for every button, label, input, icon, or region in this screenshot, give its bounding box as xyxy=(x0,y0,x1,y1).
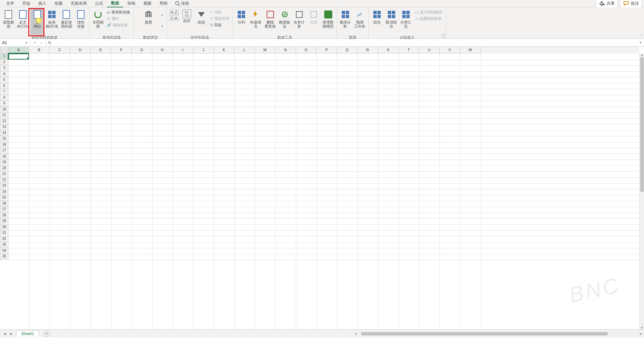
row-header[interactable]: 8 xyxy=(0,95,8,101)
row-header[interactable]: 35 xyxy=(0,254,8,260)
row-header[interactable]: 15 xyxy=(0,136,8,142)
row-header[interactable]: 9 xyxy=(0,101,8,107)
column-header[interactable]: L xyxy=(234,47,255,53)
formula-input[interactable] xyxy=(53,42,637,43)
share-button[interactable]: 共享 xyxy=(596,0,618,8)
column-header[interactable]: V xyxy=(440,47,460,53)
column-header[interactable]: N xyxy=(275,47,296,53)
remove-dup-button[interactable]: 删除 重复值 xyxy=(263,8,277,35)
select-all-corner[interactable] xyxy=(0,47,8,53)
tab-page-layout[interactable]: 页面布局 xyxy=(67,0,91,7)
row-header[interactable]: 11 xyxy=(0,112,8,118)
tab-insert[interactable]: 插入 xyxy=(34,0,50,7)
column-header[interactable]: I xyxy=(173,47,193,53)
tab-view[interactable]: 视图 xyxy=(139,0,156,7)
column-header[interactable]: G xyxy=(132,47,152,53)
row-header[interactable]: 24 xyxy=(0,189,8,195)
search-area[interactable]: 搜索 xyxy=(174,0,189,7)
enter-icon[interactable]: ✓ xyxy=(40,40,43,45)
tab-review[interactable]: 审阅 xyxy=(123,0,139,7)
column-header[interactable]: U xyxy=(419,47,440,53)
row-header[interactable]: 20 xyxy=(0,166,8,172)
comments-button[interactable]: 批注 xyxy=(620,0,642,8)
row-header[interactable]: 5 xyxy=(0,77,8,83)
row-header[interactable]: 30 xyxy=(0,224,8,230)
formula-bar-expand-icon[interactable]: ▼ xyxy=(637,41,644,44)
row-header[interactable]: 23 xyxy=(0,183,8,189)
row-header[interactable]: 13 xyxy=(0,124,8,130)
name-box[interactable]: A1 ▼ xyxy=(0,40,30,46)
row-header[interactable]: 12 xyxy=(0,118,8,124)
column-header[interactable]: F xyxy=(111,47,132,53)
column-header[interactable]: B xyxy=(29,47,49,53)
row-header[interactable]: 16 xyxy=(0,142,8,148)
column-header[interactable]: A xyxy=(8,47,29,53)
advanced-button[interactable]: ▽高级 xyxy=(209,22,231,28)
tab-formulas[interactable]: 公式 xyxy=(91,0,107,7)
row-header[interactable]: 18 xyxy=(0,154,8,160)
tab-data[interactable]: 数据 xyxy=(107,0,123,7)
properties-button[interactable]: ☰属性 xyxy=(105,16,131,22)
column-header[interactable]: K xyxy=(214,47,234,53)
row-header[interactable]: 34 xyxy=(0,248,8,254)
existing-conn-button[interactable]: 现有 连接 xyxy=(74,8,88,35)
data-valid-button[interactable]: 数据验 证 xyxy=(278,8,292,35)
sheet-nav-next-icon[interactable]: ► xyxy=(9,331,13,336)
row-header[interactable]: 6 xyxy=(0,83,8,89)
row-header[interactable]: 2 xyxy=(0,60,8,66)
get-data-button[interactable]: 获取数 据 xyxy=(1,8,15,35)
edit-links-button[interactable]: 🔗编辑链接 xyxy=(105,22,131,28)
column-header[interactable]: Q xyxy=(337,47,358,53)
ribbon-collapse-button[interactable]: ⌃ xyxy=(640,34,643,38)
horizontal-scrollbar[interactable]: ◄ ► xyxy=(354,332,644,336)
cell-grid[interactable] xyxy=(8,53,639,329)
column-header[interactable]: O xyxy=(296,47,316,53)
row-header[interactable]: 28 xyxy=(0,213,8,219)
sort-desc-button[interactable]: Z↓A xyxy=(169,15,179,21)
row-header[interactable]: 26 xyxy=(0,201,8,207)
data-type-up-icon[interactable]: ▲ xyxy=(161,13,164,16)
group-button[interactable]: 组合 xyxy=(370,8,384,35)
ungroup-button[interactable]: 取消组合 xyxy=(384,8,399,35)
hscroll-left-icon[interactable]: ◄ xyxy=(354,332,357,335)
sheet-nav-prev-icon[interactable]: ◄ xyxy=(3,331,7,336)
row-header[interactable]: 29 xyxy=(0,218,8,224)
column-header[interactable]: T xyxy=(399,47,419,53)
sort-button[interactable]: ZAAZ 排序 xyxy=(180,8,194,35)
tab-home[interactable]: 开始 xyxy=(18,0,34,7)
from-csv-button[interactable]: 从文 本/CSV xyxy=(16,8,30,35)
add-sheet-button[interactable]: + xyxy=(44,331,50,337)
column-header[interactable]: H xyxy=(152,47,173,53)
from-table-button[interactable]: 自表 格/区域 xyxy=(45,8,59,35)
fx-icon[interactable]: fx xyxy=(46,40,53,45)
tab-file[interactable]: 文件 xyxy=(2,0,18,7)
row-header[interactable]: 22 xyxy=(0,177,8,183)
row-header[interactable]: 25 xyxy=(0,195,8,201)
column-header[interactable]: S xyxy=(378,47,399,53)
recent-sources-button[interactable]: 最近使 用的源 xyxy=(59,8,73,35)
name-box-dropdown-icon[interactable]: ▼ xyxy=(25,41,28,44)
vscroll-thumb[interactable] xyxy=(640,57,644,192)
row-header[interactable]: 19 xyxy=(0,159,8,166)
row-header[interactable]: 7 xyxy=(0,89,8,95)
active-cell[interactable] xyxy=(8,53,29,60)
column-header[interactable]: M xyxy=(255,47,275,53)
sheet-tab-sheet1[interactable]: Sheet1 xyxy=(16,330,39,337)
column-header[interactable]: P xyxy=(316,47,337,53)
hscroll-right-icon[interactable]: ► xyxy=(640,332,643,335)
filter-button[interactable]: 筛选 xyxy=(194,8,208,35)
vertical-scrollbar[interactable] xyxy=(639,53,644,329)
row-header[interactable]: 32 xyxy=(0,236,8,242)
column-header[interactable]: C xyxy=(49,47,70,53)
row-header[interactable]: 4 xyxy=(0,71,8,77)
row-header[interactable]: 10 xyxy=(0,107,8,113)
queries-conn-button[interactable]: ▭查询和连接 xyxy=(105,9,131,15)
consolidate-button[interactable]: 合并计算 xyxy=(292,8,306,35)
forecast-sheet-button[interactable]: 预测 工作表 xyxy=(353,8,367,35)
reapply-button[interactable]: ↻重新应用 xyxy=(209,16,231,22)
row-header[interactable]: 21 xyxy=(0,171,8,177)
data-model-button[interactable]: 管理数 据模型 xyxy=(321,8,335,35)
column-header[interactable]: R xyxy=(358,47,378,53)
tab-draw[interactable]: 绘图 xyxy=(50,0,67,7)
column-header[interactable]: W xyxy=(460,47,481,53)
